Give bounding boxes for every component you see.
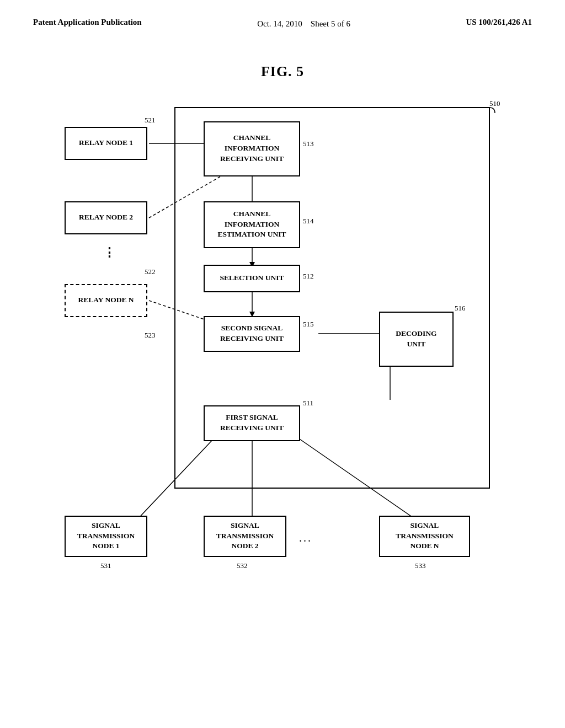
page-header: Patent Application Publication Oct. 14, … bbox=[0, 0, 565, 30]
label-515: 515 bbox=[303, 320, 314, 329]
label-515-text: 515 bbox=[303, 320, 314, 328]
label-523-text: 523 bbox=[145, 331, 156, 339]
label-514: 514 bbox=[303, 217, 314, 226]
channel-info-receiving-label: CHANNEL INFORMATION RECEIVING UNIT bbox=[220, 133, 284, 164]
dots-relay-text: ⋮ bbox=[103, 245, 115, 259]
second-signal-receiving-box: SECOND SIGNAL RECEIVING UNIT bbox=[204, 316, 300, 352]
decoding-unit-label: DECODING UNIT bbox=[396, 329, 436, 350]
label-516: 516 bbox=[455, 304, 466, 313]
first-signal-receiving-label: FIRST SIGNAL RECEIVING UNIT bbox=[220, 413, 284, 433]
relay-node-1-label: RELAY NODE 1 bbox=[79, 138, 133, 148]
label-511-text: 511 bbox=[303, 399, 313, 407]
selection-unit-label: SELECTION UNIT bbox=[220, 273, 284, 283]
label-531-text: 531 bbox=[100, 561, 111, 570]
label-510-text: 510 bbox=[489, 99, 500, 108]
label-516-text: 516 bbox=[455, 304, 466, 312]
second-signal-receiving-label: SECOND SIGNAL RECEIVING UNIT bbox=[220, 323, 284, 344]
header-right: US 100/261,426 A1 bbox=[466, 18, 532, 27]
relay-node-n-box: RELAY NODE N bbox=[65, 284, 147, 317]
header-left: Patent Application Publication bbox=[33, 18, 142, 27]
signal-tx-node-1-box: SIGNAL TRANSMISSION NODE 1 bbox=[65, 516, 147, 557]
channel-info-receiving-box: CHANNEL INFORMATION RECEIVING UNIT bbox=[204, 121, 300, 176]
date-label: Oct. 14, 2010 bbox=[257, 19, 302, 28]
label-532-text: 532 bbox=[237, 561, 248, 570]
label-514-text: 514 bbox=[303, 217, 314, 225]
label-533: 533 bbox=[415, 561, 426, 570]
signal-dots: ··· bbox=[299, 535, 312, 548]
label-533-text: 533 bbox=[415, 561, 426, 570]
decoding-unit-box: DECODING UNIT bbox=[379, 312, 454, 367]
channel-info-estimation-box: CHANNEL INFORMATION ESTIMATION UNIT bbox=[204, 201, 300, 248]
signal-tx-node-1-label: SIGNAL TRANSMISSION NODE 1 bbox=[77, 521, 135, 552]
signal-tx-node-2-label: SIGNAL TRANSMISSION NODE 2 bbox=[216, 521, 274, 552]
label-512-text: 512 bbox=[303, 272, 314, 280]
relay-dots: ⋮ bbox=[103, 245, 115, 260]
sheet-label: Sheet 5 of 6 bbox=[311, 19, 350, 28]
label-532: 532 bbox=[237, 561, 248, 570]
channel-info-estimation-label: CHANNEL INFORMATION ESTIMATION UNIT bbox=[218, 209, 286, 240]
signal-dots-text: ··· bbox=[299, 535, 312, 547]
fig-title-text: FIG. 5 bbox=[261, 63, 304, 79]
relay-node-2-label: RELAY NODE 2 bbox=[79, 212, 133, 223]
relay-node-n-label: RELAY NODE N bbox=[78, 295, 134, 306]
signal-tx-node-n-label: SIGNAL TRANSMISSION NODE N bbox=[396, 521, 453, 552]
patent-number: US 100/261,426 A1 bbox=[466, 18, 532, 26]
label-513: 513 bbox=[303, 140, 314, 148]
label-513-text: 513 bbox=[303, 140, 314, 148]
label-510: 510 bbox=[489, 99, 500, 108]
first-signal-receiving-box: FIRST SIGNAL RECEIVING UNIT bbox=[204, 405, 300, 441]
relay-node-1-box: RELAY NODE 1 bbox=[65, 127, 147, 160]
header-center: Oct. 14, 2010 Sheet 5 of 6 bbox=[257, 18, 350, 30]
label-523: 523 bbox=[145, 331, 156, 340]
label-521-text: 521 bbox=[145, 116, 156, 124]
relay-node-2-box: RELAY NODE 2 bbox=[65, 201, 147, 234]
label-531: 531 bbox=[100, 561, 111, 570]
label-522: 522 bbox=[145, 267, 156, 276]
signal-tx-node-2-box: SIGNAL TRANSMISSION NODE 2 bbox=[204, 516, 286, 557]
label-521: 521 bbox=[145, 116, 156, 125]
signal-tx-node-n-box: SIGNAL TRANSMISSION NODE N bbox=[379, 516, 470, 557]
label-512: 512 bbox=[303, 272, 314, 281]
selection-unit-box: SELECTION UNIT bbox=[204, 265, 300, 292]
label-511: 511 bbox=[303, 399, 313, 408]
label-522-text: 522 bbox=[145, 267, 156, 276]
diagram: RELAY NODE 1 RELAY NODE 2 ⋮ RELAY NODE N… bbox=[48, 97, 517, 620]
figure-title: FIG. 5 bbox=[0, 63, 565, 80]
publication-label: Patent Application Publication bbox=[33, 18, 142, 26]
